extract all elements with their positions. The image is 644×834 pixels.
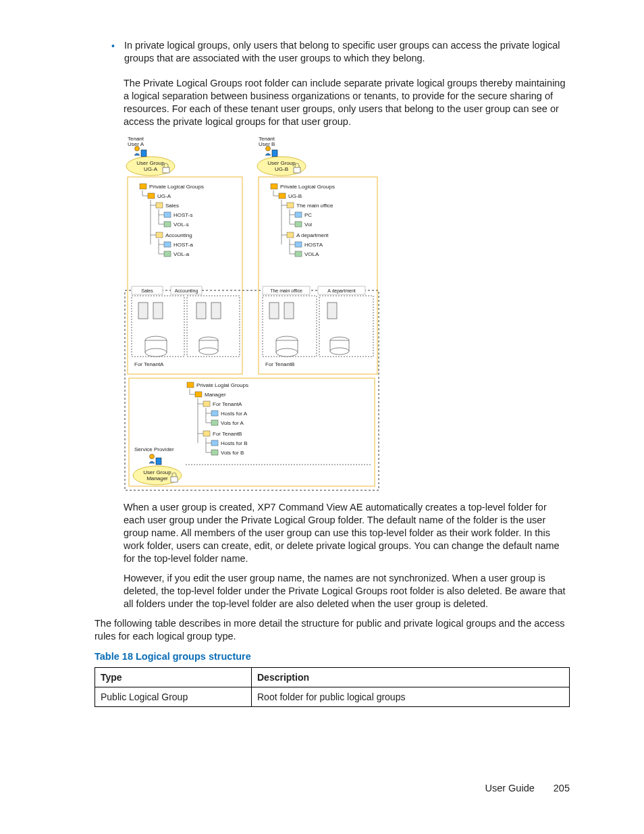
svg-text:The main office: The main office <box>296 203 333 209</box>
svg-text:For TenantA: For TenantA <box>134 361 164 367</box>
svg-text:UG-B: UG-B <box>288 193 302 199</box>
svg-text:User B: User B <box>259 141 275 147</box>
bullet-marker: • <box>111 40 115 52</box>
svg-rect-43 <box>138 303 148 319</box>
svg-text:HOSTA: HOSTA <box>304 242 323 248</box>
svg-text:Vols for B: Vols for B <box>221 450 244 456</box>
svg-text:User Group: User Group <box>143 469 171 475</box>
svg-rect-122 <box>211 420 218 425</box>
svg-rect-129 <box>211 440 218 446</box>
svg-rect-63 <box>271 184 277 189</box>
svg-rect-8 <box>163 167 169 173</box>
svg-rect-57 <box>272 150 277 157</box>
svg-rect-136 <box>156 458 161 465</box>
svg-point-104 <box>330 348 349 355</box>
svg-text:For TenantA: For TenantA <box>213 401 242 407</box>
table-cell-type: Public Logical Group <box>95 687 252 707</box>
svg-text:Private Logical Groups: Private Logical Groups <box>280 184 335 190</box>
svg-rect-85 <box>295 242 302 247</box>
svg-rect-115 <box>203 401 210 407</box>
svg-text:Private Logial Groups: Private Logial Groups <box>196 382 248 388</box>
svg-rect-107 <box>187 382 194 388</box>
page-footer: User Guide 205 <box>485 783 570 793</box>
svg-point-52 <box>199 348 218 355</box>
svg-rect-44 <box>153 303 163 319</box>
svg-rect-75 <box>295 212 302 217</box>
footer-page-number: 205 <box>554 783 570 793</box>
svg-text:User Group: User Group <box>136 160 165 166</box>
svg-text:VOL-a: VOL-a <box>173 251 190 257</box>
svg-text:Hosts for B: Hosts for B <box>221 440 248 446</box>
paragraph: When a user group is created, XP7 Comman… <box>124 501 570 565</box>
paragraph: The following table describes in more de… <box>95 617 570 643</box>
svg-point-56 <box>266 147 271 151</box>
svg-text:HOST-a: HOST-a <box>173 242 193 248</box>
table-header-desc: Description <box>251 668 569 687</box>
svg-rect-67 <box>279 193 286 199</box>
svg-point-47 <box>145 348 167 357</box>
svg-text:A department: A department <box>327 288 356 294</box>
logical-groups-table: Type Description Public Logical Group Ro… <box>95 667 570 707</box>
svg-text:For TenantB: For TenantB <box>213 431 242 437</box>
svg-rect-81 <box>287 232 294 238</box>
svg-text:HOST-s: HOST-s <box>173 212 192 218</box>
svg-text:VOL-s: VOL-s <box>173 221 189 228</box>
svg-rect-28 <box>156 232 163 238</box>
svg-text:Accounting: Accounting <box>175 288 198 294</box>
logical-groups-diagram: Tenant User A User Group UG-A <box>124 135 570 493</box>
svg-rect-88 <box>295 251 302 257</box>
table-caption: Table 18 Logical groups structure <box>95 651 570 662</box>
paragraph: The Private Logical Groups root folder c… <box>124 77 570 128</box>
svg-rect-9 <box>128 177 242 374</box>
svg-rect-71 <box>287 203 294 208</box>
svg-text:User Group: User Group <box>267 160 296 166</box>
svg-text:UG-B: UG-B <box>275 166 288 172</box>
svg-rect-25 <box>164 221 171 227</box>
bullet-text: In private logical groups, only users th… <box>124 39 570 65</box>
svg-text:A department: A department <box>296 232 329 238</box>
svg-text:UG-A: UG-A <box>144 166 158 172</box>
svg-point-100 <box>276 348 298 357</box>
svg-text:Sales: Sales <box>141 288 153 293</box>
page: • In private logical groups, only users … <box>0 0 644 834</box>
table-cell-desc: Root folder for public logical groups <box>251 687 569 707</box>
diagram-svg: Tenant User A User Group UG-A <box>124 135 380 493</box>
svg-rect-0 <box>125 290 379 490</box>
svg-rect-35 <box>164 251 171 257</box>
svg-rect-22 <box>164 212 171 217</box>
svg-rect-18 <box>156 203 163 208</box>
svg-rect-101 <box>327 303 337 319</box>
svg-text:For TenantB: For TenantB <box>265 361 294 367</box>
svg-text:Vols for A: Vols for A <box>221 420 244 426</box>
svg-rect-4 <box>141 150 146 157</box>
svg-text:VOLA: VOLA <box>304 251 319 257</box>
svg-text:Manager: Manager <box>205 392 226 398</box>
svg-rect-132 <box>211 450 218 455</box>
svg-text:Private Logical Groups: Private Logical Groups <box>149 184 204 190</box>
svg-rect-14 <box>148 193 155 199</box>
bullet-item: • In private logical groups, only users … <box>95 39 570 72</box>
svg-text:The main office: The main office <box>270 288 302 293</box>
svg-rect-140 <box>171 477 178 482</box>
svg-rect-61 <box>294 167 300 173</box>
svg-rect-48 <box>196 303 206 319</box>
svg-text:Manager: Manager <box>146 475 168 481</box>
svg-rect-49 <box>211 303 221 319</box>
svg-rect-97 <box>284 303 294 319</box>
svg-point-135 <box>150 454 155 459</box>
svg-rect-78 <box>295 221 302 227</box>
svg-text:Hosts for A: Hosts for A <box>221 411 248 417</box>
footer-guide: User Guide <box>485 783 534 793</box>
svg-text:PC: PC <box>304 212 312 218</box>
svg-text:Service Provider: Service Provider <box>134 446 174 452</box>
svg-text:UG-A: UG-A <box>157 193 171 199</box>
svg-text:Accounting: Accounting <box>165 232 192 238</box>
svg-point-3 <box>135 147 140 151</box>
svg-text:Vol: Vol <box>304 221 312 228</box>
svg-rect-125 <box>203 431 210 436</box>
svg-rect-119 <box>211 411 218 416</box>
svg-rect-96 <box>269 303 279 319</box>
table-row: Public Logical Group Root folder for pub… <box>95 687 570 707</box>
svg-rect-111 <box>195 392 202 397</box>
paragraph: However, if you edit the user group name… <box>124 572 570 610</box>
